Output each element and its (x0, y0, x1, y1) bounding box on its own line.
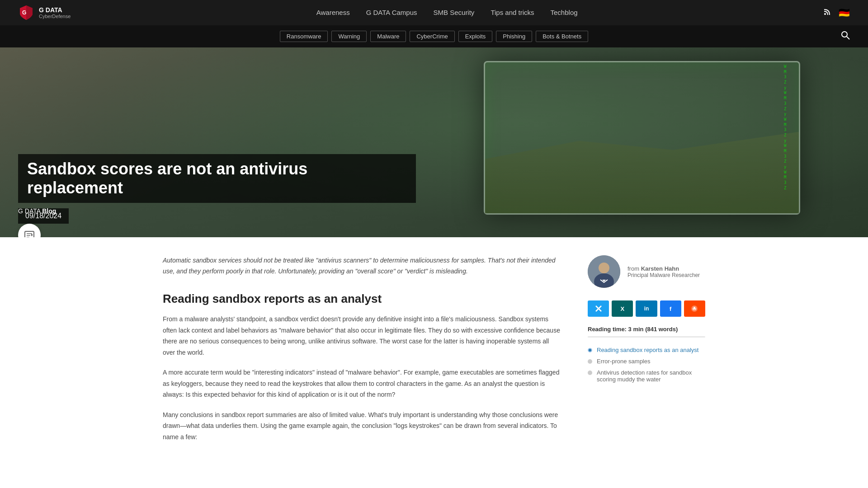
share-linkedin-button[interactable]: in (636, 300, 657, 317)
svg-point-14 (693, 308, 694, 309)
sandbox-illustration: WM3ZyWM3ZyWM3ZyWM3ZyWM3Z (484, 61, 800, 215)
toc-dot-1 (588, 348, 592, 352)
search-icon[interactable] (841, 31, 850, 42)
tag-malware[interactable]: Malware (370, 31, 406, 42)
toc-item-1[interactable]: Reading sandbox reports as an analyst (588, 347, 705, 353)
tag-bar: Ransomware Warning Malware CyberCrime Ex… (0, 25, 868, 47)
svg-rect-4 (25, 231, 34, 237)
tag-bots[interactable]: Bots & Botnets (536, 31, 588, 42)
rss-icon[interactable] (823, 8, 831, 18)
blog-label: G DATA Blog (18, 207, 56, 215)
content-wrapper: Automatic sandbox services should not be… (145, 237, 723, 479)
share-twitter-button[interactable] (588, 300, 609, 317)
author-role: Principal Malware Researcher (627, 272, 700, 278)
tag-exploits[interactable]: Exploits (458, 31, 493, 42)
nav-smb[interactable]: SMB Security (434, 9, 475, 16)
matrix-decoration: WM3ZyWM3ZyWM3ZyWM3ZyWM3Z (783, 62, 799, 213)
logo-subbrand: CyberDefense (39, 14, 71, 19)
article-main: Automatic sandbox services should not be… (163, 255, 561, 451)
hero-content: Sandbox scores are not an antivirus repl… (0, 154, 434, 237)
reading-progress-bar (588, 336, 705, 338)
svg-point-2 (842, 32, 847, 37)
toc-label-2: Error-prone samples (597, 358, 651, 365)
tag-phishing[interactable]: Phishing (496, 31, 532, 42)
reddit-icon (691, 305, 698, 312)
table-of-contents: Reading sandbox reports as an analyst Er… (588, 347, 705, 383)
share-xing-button[interactable]: X (612, 300, 633, 317)
author-name: Karsten Hahn (641, 265, 679, 272)
svg-line-3 (847, 37, 849, 39)
tag-ransomware[interactable]: Ransomware (280, 31, 328, 42)
nav-campus[interactable]: G DATA Campus (366, 9, 417, 16)
toc-item-3[interactable]: Antivirus detection rates for sandbox sc… (588, 369, 705, 383)
toc-item-2[interactable]: Error-prone samples (588, 358, 705, 365)
svg-point-1 (824, 13, 826, 15)
logo[interactable]: G G DATA CyberDefense (18, 5, 71, 21)
facebook-icon: f (670, 305, 671, 312)
toc-label-1: Reading sandbox reports as an analyst (597, 347, 698, 353)
author-info: from Karsten Hahn Principal Malware Rese… (627, 265, 700, 278)
svg-point-9 (599, 263, 609, 273)
hero-title: Sandbox scores are not an antivirus repl… (18, 154, 416, 203)
article-paragraph-2: A more accurate term would be "interesti… (163, 367, 561, 400)
article-sidebar: from Karsten Hahn Principal Malware Rese… (588, 255, 705, 451)
author-avatar (588, 255, 620, 288)
nav-techblog[interactable]: Techblog (551, 9, 578, 16)
sandbox-sand (485, 123, 799, 213)
reading-time: Reading time: 3 min (841 words) (588, 326, 705, 333)
tag-cybercrime[interactable]: CyberCrime (410, 31, 454, 42)
language-flag-icon[interactable]: 🇩🇪 (839, 7, 850, 18)
article-paragraph-3: Many conclusions in sandbox report summa… (163, 409, 561, 443)
main-nav-list: Awareness G DATA Campus SMB Security Tip… (316, 9, 578, 17)
share-facebook-button[interactable]: f (660, 300, 681, 317)
svg-point-15 (695, 308, 696, 309)
toc-dot-3 (588, 371, 592, 375)
article-paragraph-1: From a malware analysts' standpoint, a s… (163, 314, 561, 358)
xing-icon: X (620, 305, 624, 312)
author-card: from Karsten Hahn Principal Malware Rese… (588, 255, 705, 288)
avatar-image (588, 255, 620, 288)
share-reddit-button[interactable] (684, 300, 705, 317)
nav-awareness[interactable]: Awareness (316, 9, 350, 16)
twitter-icon (595, 305, 602, 312)
toc-dot-2 (588, 359, 592, 364)
author-from: from Karsten Hahn (627, 265, 700, 272)
nav-right-area: 🇩🇪 (823, 7, 850, 18)
section-title-1: Reading sandbox reports as an analyst (163, 291, 561, 307)
gdata-shield-icon: G (18, 5, 34, 21)
reading-progress-fill (588, 336, 705, 338)
article-intro: Automatic sandbox services should not be… (163, 255, 561, 277)
nav-tips[interactable]: Tips and tricks (491, 9, 534, 16)
hero-section: WM3ZyWM3ZyWM3ZyWM3ZyWM3Z Sandbox scores … (0, 47, 868, 237)
tag-warning[interactable]: Warning (331, 31, 367, 42)
logo-brand: G DATA (39, 6, 71, 14)
svg-text:G: G (22, 9, 26, 16)
toc-label-3: Antivirus detection rates for sandbox sc… (597, 369, 705, 383)
top-navigation: G G DATA CyberDefense Awareness G DATA C… (0, 0, 868, 25)
linkedin-icon: in (644, 305, 649, 312)
article-body: From a malware analysts' standpoint, a s… (163, 314, 561, 442)
share-bar: X in f (588, 300, 705, 317)
